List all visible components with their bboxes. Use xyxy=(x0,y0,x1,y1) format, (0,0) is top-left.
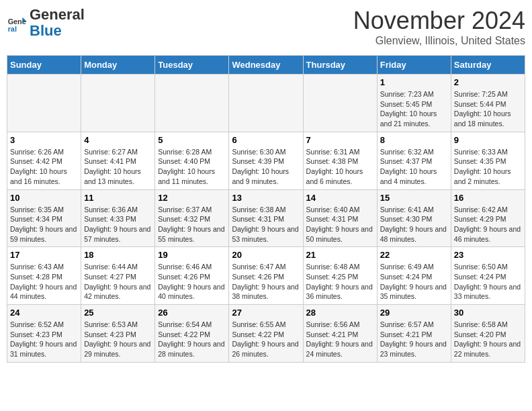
day-number: 19 xyxy=(158,250,226,260)
day-info: Sunrise: 6:50 AM Sunset: 4:24 PM Dayligh… xyxy=(454,262,522,302)
week-row-1: 1Sunrise: 7:23 AM Sunset: 5:45 PM Daylig… xyxy=(7,75,525,132)
calendar-cell: 28Sunrise: 6:56 AM Sunset: 4:21 PM Dayli… xyxy=(303,305,377,363)
day-number: 26 xyxy=(158,308,226,318)
day-info: Sunrise: 6:33 AM Sunset: 4:35 PM Dayligh… xyxy=(454,147,522,187)
calendar-cell: 29Sunrise: 6:57 AM Sunset: 4:21 PM Dayli… xyxy=(377,305,451,363)
day-info: Sunrise: 6:49 AM Sunset: 4:24 PM Dayligh… xyxy=(380,262,448,302)
day-number: 3 xyxy=(10,135,78,145)
calendar-cell: 14Sunrise: 6:40 AM Sunset: 4:31 PM Dayli… xyxy=(303,189,377,247)
calendar-cell: 27Sunrise: 6:55 AM Sunset: 4:22 PM Dayli… xyxy=(229,305,303,363)
svg-text:ral: ral xyxy=(8,25,17,33)
calendar-cell: 3Sunrise: 6:26 AM Sunset: 4:42 PM Daylig… xyxy=(7,132,81,189)
day-info: Sunrise: 6:35 AM Sunset: 4:34 PM Dayligh… xyxy=(10,205,78,244)
calendar-cell: 8Sunrise: 6:32 AM Sunset: 4:37 PM Daylig… xyxy=(377,132,451,189)
week-row-5: 24Sunrise: 6:52 AM Sunset: 4:23 PM Dayli… xyxy=(7,305,525,363)
day-info: Sunrise: 6:40 AM Sunset: 4:31 PM Dayligh… xyxy=(306,205,374,244)
calendar-cell: 18Sunrise: 6:44 AM Sunset: 4:27 PM Dayli… xyxy=(81,247,155,305)
calendar-cell: 17Sunrise: 6:43 AM Sunset: 4:28 PM Dayli… xyxy=(7,247,81,305)
day-number: 6 xyxy=(232,135,300,145)
day-info: Sunrise: 6:43 AM Sunset: 4:28 PM Dayligh… xyxy=(10,262,78,302)
week-row-3: 10Sunrise: 6:35 AM Sunset: 4:34 PM Dayli… xyxy=(7,189,525,247)
title-area: November 2024 Glenview, Illinois, United… xyxy=(353,7,525,47)
weekday-header-row: SundayMondayTuesdayWednesdayThursdayFrid… xyxy=(7,56,525,75)
day-number: 2 xyxy=(454,77,522,87)
day-number: 9 xyxy=(454,135,522,145)
day-info: Sunrise: 6:38 AM Sunset: 4:31 PM Dayligh… xyxy=(232,205,300,244)
calendar-cell xyxy=(303,75,377,132)
day-info: Sunrise: 6:56 AM Sunset: 4:21 PM Dayligh… xyxy=(306,320,374,359)
calendar-cell: 6Sunrise: 6:30 AM Sunset: 4:39 PM Daylig… xyxy=(229,132,303,189)
calendar-cell xyxy=(229,75,303,132)
calendar-cell: 13Sunrise: 6:38 AM Sunset: 4:31 PM Dayli… xyxy=(229,189,303,247)
day-info: Sunrise: 6:55 AM Sunset: 4:22 PM Dayligh… xyxy=(232,320,300,359)
calendar-cell: 22Sunrise: 6:49 AM Sunset: 4:24 PM Dayli… xyxy=(377,247,451,305)
day-number: 20 xyxy=(232,250,300,260)
day-info: Sunrise: 6:47 AM Sunset: 4:26 PM Dayligh… xyxy=(232,262,300,302)
day-number: 1 xyxy=(380,77,448,87)
calendar-cell xyxy=(81,75,155,132)
day-info: Sunrise: 6:28 AM Sunset: 4:40 PM Dayligh… xyxy=(158,147,226,187)
day-info: Sunrise: 7:23 AM Sunset: 5:45 PM Dayligh… xyxy=(380,89,448,129)
day-number: 7 xyxy=(306,135,374,145)
calendar-cell: 9Sunrise: 6:33 AM Sunset: 4:35 PM Daylig… xyxy=(451,132,525,189)
day-number: 17 xyxy=(10,250,78,260)
weekday-header-saturday: Saturday xyxy=(451,56,525,75)
calendar-cell: 15Sunrise: 6:41 AM Sunset: 4:30 PM Dayli… xyxy=(377,189,451,247)
weekday-header-thursday: Thursday xyxy=(303,56,377,75)
day-info: Sunrise: 6:31 AM Sunset: 4:38 PM Dayligh… xyxy=(306,147,374,187)
day-info: Sunrise: 6:57 AM Sunset: 4:21 PM Dayligh… xyxy=(380,320,448,359)
day-info: Sunrise: 6:36 AM Sunset: 4:33 PM Dayligh… xyxy=(84,205,152,244)
day-number: 5 xyxy=(158,135,226,145)
day-info: Sunrise: 6:58 AM Sunset: 4:20 PM Dayligh… xyxy=(454,320,522,359)
calendar-cell: 4Sunrise: 6:27 AM Sunset: 4:41 PM Daylig… xyxy=(81,132,155,189)
day-number: 29 xyxy=(380,308,448,318)
day-number: 11 xyxy=(84,193,152,203)
logo: Gene ral General Blue xyxy=(7,7,85,39)
day-number: 18 xyxy=(84,250,152,260)
day-info: Sunrise: 6:30 AM Sunset: 4:39 PM Dayligh… xyxy=(232,147,300,187)
calendar-cell: 25Sunrise: 6:53 AM Sunset: 4:23 PM Dayli… xyxy=(81,305,155,363)
day-number: 22 xyxy=(380,250,448,260)
day-info: Sunrise: 6:41 AM Sunset: 4:30 PM Dayligh… xyxy=(380,205,448,244)
logo-blue: Blue xyxy=(30,22,62,39)
calendar-cell: 7Sunrise: 6:31 AM Sunset: 4:38 PM Daylig… xyxy=(303,132,377,189)
calendar-cell: 24Sunrise: 6:52 AM Sunset: 4:23 PM Dayli… xyxy=(7,305,81,363)
day-info: Sunrise: 6:46 AM Sunset: 4:26 PM Dayligh… xyxy=(158,262,226,302)
month-title: November 2024 xyxy=(353,7,525,35)
day-info: Sunrise: 6:32 AM Sunset: 4:37 PM Dayligh… xyxy=(380,147,448,187)
day-info: Sunrise: 6:54 AM Sunset: 4:22 PM Dayligh… xyxy=(158,320,226,359)
logo-icon: Gene ral xyxy=(7,13,27,33)
day-info: Sunrise: 6:26 AM Sunset: 4:42 PM Dayligh… xyxy=(10,147,78,187)
weekday-header-wednesday: Wednesday xyxy=(229,56,303,75)
calendar-cell: 21Sunrise: 6:48 AM Sunset: 4:25 PM Dayli… xyxy=(303,247,377,305)
calendar-cell: 16Sunrise: 6:42 AM Sunset: 4:29 PM Dayli… xyxy=(451,189,525,247)
day-number: 21 xyxy=(306,250,374,260)
weekday-header-sunday: Sunday xyxy=(7,56,81,75)
logo-general: General xyxy=(30,6,85,23)
calendar-cell: 2Sunrise: 7:25 AM Sunset: 5:44 PM Daylig… xyxy=(451,75,525,132)
day-number: 8 xyxy=(380,135,448,145)
weekday-header-tuesday: Tuesday xyxy=(155,56,229,75)
day-number: 24 xyxy=(10,308,78,318)
day-number: 15 xyxy=(380,193,448,203)
day-info: Sunrise: 6:27 AM Sunset: 4:41 PM Dayligh… xyxy=(84,147,152,187)
page-header: Gene ral General Blue November 2024 Glen… xyxy=(7,7,525,47)
day-info: Sunrise: 6:53 AM Sunset: 4:23 PM Dayligh… xyxy=(84,320,152,359)
calendar-cell: 5Sunrise: 6:28 AM Sunset: 4:40 PM Daylig… xyxy=(155,132,229,189)
calendar-cell: 26Sunrise: 6:54 AM Sunset: 4:22 PM Dayli… xyxy=(155,305,229,363)
weekday-header-monday: Monday xyxy=(81,56,155,75)
calendar-cell: 1Sunrise: 7:23 AM Sunset: 5:45 PM Daylig… xyxy=(377,75,451,132)
calendar-cell: 30Sunrise: 6:58 AM Sunset: 4:20 PM Dayli… xyxy=(451,305,525,363)
day-number: 16 xyxy=(454,193,522,203)
day-number: 10 xyxy=(10,193,78,203)
day-number: 28 xyxy=(306,308,374,318)
day-info: Sunrise: 6:52 AM Sunset: 4:23 PM Dayligh… xyxy=(10,320,78,359)
weekday-header-friday: Friday xyxy=(377,56,451,75)
week-row-4: 17Sunrise: 6:43 AM Sunset: 4:28 PM Dayli… xyxy=(7,247,525,305)
day-number: 13 xyxy=(232,193,300,203)
day-number: 14 xyxy=(306,193,374,203)
day-info: Sunrise: 7:25 AM Sunset: 5:44 PM Dayligh… xyxy=(454,89,522,129)
day-info: Sunrise: 6:42 AM Sunset: 4:29 PM Dayligh… xyxy=(454,205,522,244)
day-info: Sunrise: 6:48 AM Sunset: 4:25 PM Dayligh… xyxy=(306,262,374,302)
calendar-table: SundayMondayTuesdayWednesdayThursdayFrid… xyxy=(7,55,525,363)
